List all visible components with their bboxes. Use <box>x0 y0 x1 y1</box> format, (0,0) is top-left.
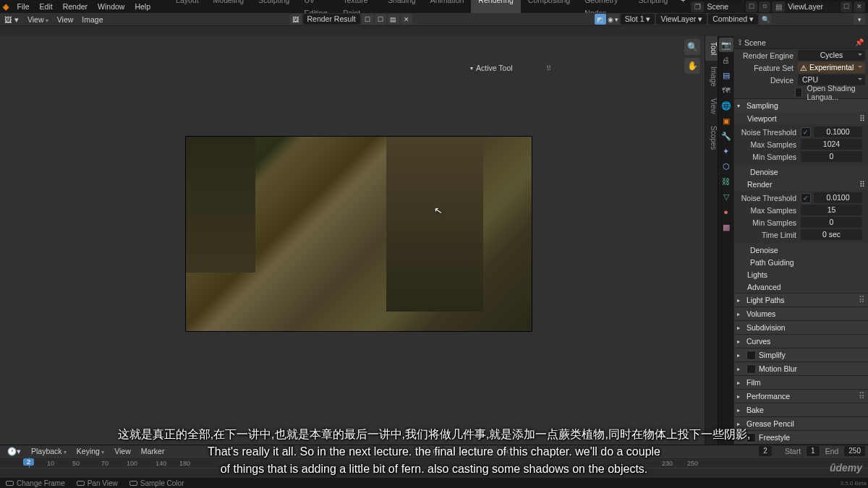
remove-viewlayer-button[interactable]: ✕ <box>854 1 865 12</box>
lights-subpanel[interactable]: Lights <box>734 268 868 281</box>
render-properties-icon[interactable]: 📷 <box>719 38 733 52</box>
image-browse-icon[interactable]: 🖼 <box>290 14 302 25</box>
freestyle-checkbox[interactable] <box>746 433 756 442</box>
tab-view[interactable]: View <box>705 93 718 120</box>
menu-window[interactable]: Window <box>93 0 129 13</box>
jump-nextkey-button[interactable]: ⏵ <box>485 446 498 456</box>
active-tool-panel[interactable]: ▾ Active Tool ⠿ <box>467 62 554 74</box>
zoom-icon[interactable]: 🔍 <box>684 39 700 55</box>
play-reverse-button[interactable]: ◀ <box>458 446 470 456</box>
scene-breadcrumb-label[interactable]: Scene <box>744 38 766 47</box>
blender-logo-icon[interactable]: ◈ <box>0 0 12 13</box>
jump-end-button[interactable]: ⏭ <box>499 446 511 456</box>
data-properties-icon[interactable]: ▽ <box>719 189 733 204</box>
pin-scene-button[interactable]: ⌑ <box>759 1 770 12</box>
pan-icon[interactable]: ✋ <box>684 58 700 74</box>
menu-render[interactable]: Render <box>58 0 93 13</box>
new-image-button[interactable]: ☐ <box>375 14 386 25</box>
scene-icon[interactable]: ❐ <box>691 1 704 12</box>
fake-user-button[interactable]: ☐ <box>362 14 373 25</box>
editor-type-selector[interactable]: 🖼 ▾ <box>0 15 23 24</box>
bake-panel[interactable]: Bake <box>734 403 868 416</box>
jump-start-button[interactable]: ⏮ <box>430 446 443 456</box>
panel-options-icon[interactable]: ⠿ <box>546 64 551 72</box>
lightpaths-panel[interactable]: Light Paths⠿ <box>734 294 868 307</box>
viewport-subpanel-header[interactable]: Viewport ⠿ <box>734 112 868 124</box>
pass-dropdown[interactable]: Combined ▾ <box>708 14 758 25</box>
timeline-body[interactable] <box>0 468 868 479</box>
r-denoise-subpanel[interactable]: Denoise <box>734 244 868 256</box>
texture-properties-icon[interactable]: ▩ <box>719 220 733 234</box>
gizmo-button[interactable]: ◉ ▾ <box>608 14 619 25</box>
new-viewlayer-button[interactable]: ☐ <box>841 1 852 12</box>
panel-menu-icon[interactable]: ⠿ <box>859 180 865 189</box>
sampling-panel-header[interactable]: Sampling <box>734 99 868 112</box>
physics-properties-icon[interactable]: ⬡ <box>719 159 733 174</box>
pin-icon[interactable]: 📌 <box>855 38 864 46</box>
image-viewport[interactable]: ↖ 🔍 ✋ ▾ Active Tool ⠿ <box>0 36 705 445</box>
menu-edit[interactable]: Edit <box>35 0 58 13</box>
curves-panel[interactable]: Curves <box>734 335 868 348</box>
timeline-ruler[interactable]: 2 10 50 70 100 140 180 230 250 <box>0 457 868 468</box>
constraint-properties-icon[interactable]: ⛓ <box>719 174 733 189</box>
featureset-dropdown[interactable]: ⚠Experimental <box>798 62 865 73</box>
world-properties-icon[interactable]: 🌐 <box>719 98 733 113</box>
search-icon[interactable]: 🔍 <box>760 14 771 25</box>
panel-menu-icon[interactable]: ⠿ <box>859 114 865 123</box>
view-menu[interactable]: View <box>53 15 78 24</box>
viewlayer-properties-icon[interactable]: ▤ <box>719 68 733 82</box>
display-channels-button[interactable]: ◩ <box>595 14 606 25</box>
r-maxsamples-value[interactable]: 15 <box>801 205 862 215</box>
viewlayer-dropdown[interactable]: ViewLayer ▾ <box>656 14 707 25</box>
image-menu[interactable]: Image <box>77 15 107 24</box>
filter-options-button[interactable]: ▾ <box>854 14 865 25</box>
simplify-checkbox[interactable] <box>746 351 756 360</box>
vp-noisethresh-value[interactable]: 0.1000 <box>814 127 862 137</box>
greasepencil-panel[interactable]: Grease Pencil <box>734 417 868 430</box>
osl-checkbox[interactable] <box>795 87 802 98</box>
tab-image[interactable]: Image <box>705 61 718 93</box>
modifier-properties-icon[interactable]: 🔧 <box>719 129 733 143</box>
scene-name-field[interactable]: Scene <box>704 1 744 12</box>
motionblur-checkbox[interactable] <box>746 364 756 374</box>
volumes-panel[interactable]: Volumes <box>734 307 868 320</box>
performance-panel[interactable]: Performance⠿ <box>734 390 868 403</box>
vp-maxsamples-value[interactable]: 1024 <box>801 139 862 150</box>
freestyle-panel[interactable]: Freestyle <box>734 431 868 444</box>
panel-menu-icon[interactable]: ⠿ <box>859 391 865 401</box>
vp-denoise-subpanel[interactable]: Denoise <box>734 166 868 178</box>
viewlayer-icon[interactable]: ▤ <box>772 1 785 12</box>
play-button[interactable]: ▶ <box>472 446 484 456</box>
pathguiding-subpanel[interactable]: Path Guiding <box>734 256 868 268</box>
material-properties-icon[interactable]: ● <box>719 205 733 219</box>
motionblur-panel[interactable]: Motion Blur <box>734 362 868 375</box>
menu-file[interactable]: File <box>12 0 35 13</box>
playback-menu[interactable]: Playback <box>27 447 71 455</box>
timeline-view-menu[interactable]: View <box>110 447 135 455</box>
end-frame-field[interactable]: 250 <box>844 446 865 456</box>
timelimit-value[interactable]: 0 sec <box>801 229 862 240</box>
r-noisethresh-value[interactable]: 0.0100 <box>814 192 862 203</box>
autokey-button[interactable]: ● <box>417 446 429 456</box>
engine-dropdown[interactable]: Cycles <box>798 50 865 61</box>
r-minsamples-value[interactable]: 0 <box>801 217 862 228</box>
unlink-image-button[interactable]: ✕ <box>401 14 412 25</box>
marker-menu[interactable]: Marker <box>137 447 169 455</box>
menu-help[interactable]: Help <box>129 0 156 13</box>
image-name-field[interactable]: Render Result <box>303 14 360 25</box>
vp-minsamples-value[interactable]: 0 <box>801 151 862 162</box>
particle-properties-icon[interactable]: ✦ <box>719 144 733 158</box>
vp-noisethresh-checkbox[interactable] <box>801 127 811 137</box>
current-frame-field[interactable]: 2 <box>759 446 772 456</box>
jump-prevkey-button[interactable]: ⏴ <box>444 446 456 456</box>
render-subpanel-header[interactable]: Render ⠿ <box>734 178 868 190</box>
scene-properties-icon[interactable]: 🗺 <box>719 83 733 98</box>
object-properties-icon[interactable]: ▣ <box>719 114 733 128</box>
open-image-button[interactable]: ▤ <box>388 14 399 25</box>
viewlayer-name-field[interactable]: ViewLayer <box>785 1 839 12</box>
r-noisethresh-checkbox[interactable] <box>801 193 811 203</box>
slot-dropdown[interactable]: Slot 1 ▾ <box>621 14 655 25</box>
timeline-type-selector[interactable]: 🕐▾ <box>3 447 25 456</box>
device-dropdown[interactable]: CPU <box>798 74 865 85</box>
tab-tool[interactable]: Tool <box>705 36 718 61</box>
